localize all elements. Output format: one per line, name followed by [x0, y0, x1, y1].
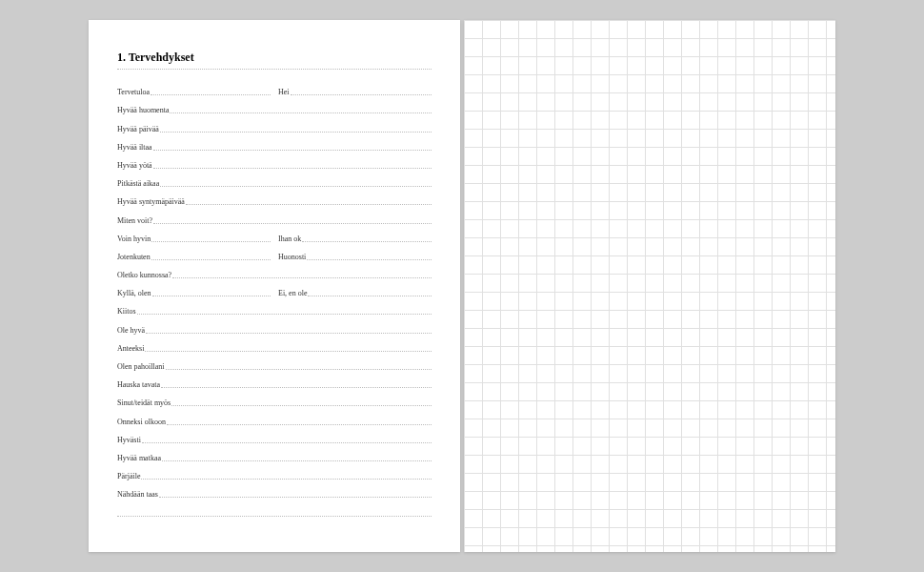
entry-label: Miten voit?	[117, 216, 153, 226]
entry-row: Hyvää yötä	[117, 153, 432, 171]
entry-row	[117, 500, 432, 518]
fill-line	[166, 369, 432, 370]
fill-line	[151, 259, 271, 260]
entry-label: Anteeksi	[117, 344, 145, 354]
entry-label: Oletko kunnossa?	[117, 271, 172, 280]
fill-line	[161, 387, 432, 388]
entry-row: Hyvää huomenta	[117, 97, 432, 115]
fill-line	[170, 112, 432, 113]
entry-label: Hyvää huomenta	[117, 106, 170, 115]
entry-cell-right: Hei	[278, 88, 432, 97]
entry-cell: Miten voit?	[117, 216, 432, 226]
entry-label: Hyvästi	[117, 436, 142, 445]
fill-line	[146, 333, 432, 334]
entry-label: Nähdään taas	[117, 490, 159, 500]
entry-label: Hyvää yötä	[117, 161, 153, 171]
entry-cell-left: Tervetuloa	[117, 88, 271, 97]
entry-cell: Hauska tavata	[117, 380, 432, 390]
entry-row: Onneksi olkoon	[117, 408, 432, 426]
fill-line	[160, 186, 432, 187]
heading-underline	[117, 69, 432, 70]
entry-cell: Onneksi olkoon	[117, 418, 432, 427]
entry-cell-left: Voin hyvin	[117, 235, 271, 244]
entry-label: Ei, en ole	[278, 289, 308, 298]
entry-label: Tervetuloa	[117, 88, 151, 97]
entry-cell: Nähdään taas	[117, 490, 432, 500]
fill-line	[137, 314, 432, 315]
entry-row: Hauska tavata	[117, 372, 432, 390]
fill-line	[186, 204, 432, 205]
entry-label: Ihan ok	[278, 235, 302, 244]
fill-line	[153, 168, 432, 169]
entry-row: Olen pahoillani	[117, 354, 432, 372]
entry-cell: Olen pahoillani	[117, 362, 432, 372]
entry-row: Oletko kunnossa?	[117, 262, 432, 280]
fill-line	[172, 277, 432, 278]
entry-row: Voin hyvinIhan ok	[117, 226, 432, 244]
entry-cell: Anteeksi	[117, 344, 432, 354]
entry-row: Pärjäile	[117, 463, 432, 481]
notebook-spread: 1. Tervehdykset TervetuloaHeiHyvää huome…	[89, 20, 835, 552]
fill-line	[117, 516, 432, 517]
fill-line	[151, 94, 271, 95]
entry-label: Hyvää iltaa	[117, 143, 153, 153]
entry-label: Olen pahoillani	[117, 362, 166, 372]
entry-row: Hyvää syntymäpäivää	[117, 189, 432, 207]
entry-row: Hyvää matkaa	[117, 445, 432, 463]
fill-line	[307, 259, 432, 260]
entry-row: Kiitos	[117, 298, 432, 317]
right-page-grid	[464, 20, 835, 552]
entry-row: Nähdään taas	[117, 481, 432, 500]
entry-row: Hyvää iltaa	[117, 134, 432, 153]
entry-cell: Hyvää matkaa	[117, 454, 432, 463]
fill-line	[162, 460, 432, 461]
fill-line	[291, 94, 432, 95]
entry-label: Jotenkuten	[117, 253, 151, 262]
entry-row: Hyvää päivää	[117, 115, 432, 133]
entry-cell: Ole hyvä	[117, 326, 432, 336]
entry-label: Onneksi olkoon	[117, 418, 167, 427]
entry-cell-blank	[117, 516, 432, 519]
entry-row: Kyllä, olenEi, en ole	[117, 280, 432, 298]
entry-label: Kyllä, olen	[117, 289, 152, 298]
entry-row: Miten voit?	[117, 207, 432, 225]
fill-line	[171, 405, 432, 406]
entry-label: Pitkästä aikaa	[117, 179, 160, 189]
entry-label: Hyvää päivää	[117, 125, 160, 134]
entry-label: Kiitos	[117, 307, 137, 317]
entry-label: Huonosti	[278, 253, 307, 262]
entry-cell: Hyvää huomenta	[117, 106, 432, 115]
entry-label: Sinut/teidät myös	[117, 398, 171, 408]
entry-label: Voin hyvin	[117, 235, 151, 244]
page-heading: 1. Tervehdykset	[117, 51, 432, 65]
entry-row: Hyvästi	[117, 427, 432, 445]
entry-row: Pitkästä aikaa	[117, 171, 432, 189]
left-page: 1. Tervehdykset TervetuloaHeiHyvää huome…	[89, 20, 460, 552]
entry-cell: Kiitos	[117, 307, 432, 317]
fill-line	[145, 351, 432, 352]
entry-label: Pärjäile	[117, 472, 141, 481]
entry-label: Hyvää matkaa	[117, 454, 162, 463]
entry-cell-left: Jotenkuten	[117, 253, 271, 262]
fill-line	[167, 424, 432, 425]
entry-cell: Hyvää päivää	[117, 125, 432, 134]
entry-cell: Oletko kunnossa?	[117, 271, 432, 280]
entry-cell-left: Kyllä, olen	[117, 289, 271, 298]
entry-cell: Hyvästi	[117, 436, 432, 445]
fill-line	[308, 296, 432, 296]
fill-line	[152, 296, 271, 296]
entry-row: JotenkutenHuonosti	[117, 244, 432, 262]
entry-label: Hauska tavata	[117, 380, 161, 390]
entry-label: Hyvää syntymäpäivää	[117, 197, 186, 207]
entry-cell-right: Ei, en ole	[278, 289, 432, 298]
fill-line	[302, 241, 432, 242]
fill-line	[153, 223, 432, 224]
entry-cell: Hyvää iltaa	[117, 143, 432, 153]
entry-cell-right: Huonosti	[278, 253, 432, 262]
fill-line	[159, 497, 432, 498]
entry-cell: Pitkästä aikaa	[117, 179, 432, 189]
entry-row: Sinut/teidät myös	[117, 390, 432, 408]
entry-row: TervetuloaHei	[117, 79, 432, 97]
entry-cell: Pärjäile	[117, 472, 432, 481]
entry-row: Anteeksi	[117, 336, 432, 354]
